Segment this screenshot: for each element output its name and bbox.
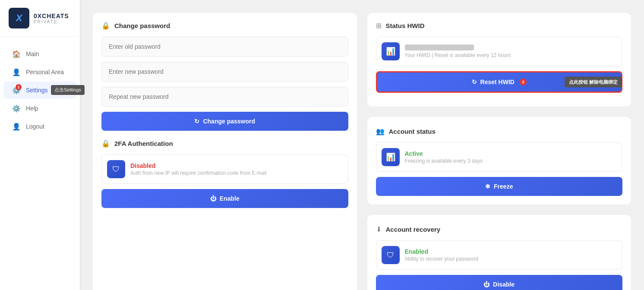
logo-sub: PRIVATE (34, 19, 69, 24)
recovery-status-label: Enabled (405, 248, 478, 255)
account-status-sub: Freezing is available every 3 days (405, 158, 483, 164)
main-content: 🔒 Change password ↻ Change password 🔒 2F… (80, 0, 644, 290)
recovery-icon: ⬇ (376, 225, 382, 233)
twofa-text: Disabled Auth from new IP will require c… (130, 162, 266, 176)
account-recovery-title: Account recovery (386, 226, 441, 233)
change-password-button[interactable]: ↻ Change password (101, 112, 348, 131)
logo-text: 0XCHEATS PRIVATE (34, 13, 69, 24)
recovery-sub: Ability to recover your password (405, 256, 478, 262)
disable-label: Disable (493, 281, 515, 288)
twofa-status-label: Disabled (130, 162, 266, 169)
shield-icon: 🛡 (112, 165, 120, 174)
logo-area: X 0XCHEATS PRIVATE (0, 0, 80, 37)
reset-hwid-tooltip: 点此按钮 解除电脑绑定 (565, 77, 622, 88)
lock-icon: 🔒 (101, 22, 110, 30)
recovery-icon-box: 🛡 (382, 246, 400, 264)
home-icon: 🏠 (12, 50, 21, 58)
twofa-description: Auth from new IP will require confirmati… (130, 170, 266, 176)
reset-hwid-wrapper: ↻ Reset HWID 2 点此按钮 解除电脑绑定 (376, 71, 623, 93)
account-recovery-header: ⬇ Account recovery (376, 225, 623, 233)
change-password-header: 🔒 Change password (101, 22, 348, 30)
disable-icon: ⏻ (483, 281, 489, 288)
twofa-lock-icon: 🔒 (101, 139, 110, 148)
account-status-label: Active (405, 150, 483, 157)
twofa-header: 🔒 2FA Authentication (101, 139, 348, 148)
account-recovery-card: ⬇ Account recovery 🛡 Enabled Ability to … (367, 215, 631, 290)
freeze-icon: ❄ (485, 183, 490, 190)
help-icon: ⚙️ (12, 104, 21, 113)
change-password-btn-label: Change password (203, 118, 255, 125)
recovery-status-icon: 🛡 (387, 251, 395, 260)
sidebar-item-label: Help (26, 105, 38, 112)
nav-menu: 🏠 Main 👤 Personal Area ⚙️ Settings 1 点击S… (0, 37, 80, 144)
disable-recovery-button[interactable]: ⏻ Disable (376, 275, 623, 290)
sidebar-item-help[interactable]: ⚙️ Help (3, 100, 76, 117)
old-password-input[interactable] (101, 37, 348, 57)
hwid-card: ⊞ Status HWID 📊 Your HWID | Reset is ava… (367, 13, 631, 107)
repeat-password-input[interactable] (101, 87, 348, 107)
hwid-status-item: 📊 Your HWID | Reset is available every 1… (376, 37, 623, 66)
active-icon: 📊 (386, 152, 395, 162)
hwid-header: ⊞ Status HWID (376, 22, 623, 30)
sidebar-item-settings[interactable]: ⚙️ Settings 1 点击Settings (3, 82, 76, 99)
logo-name: 0XCHEATS (34, 13, 69, 19)
right-column: ⊞ Status HWID 📊 Your HWID | Reset is ava… (367, 13, 631, 290)
settings-tooltip: 点击Settings (51, 85, 85, 95)
reset-icon: ↻ (472, 79, 477, 85)
hwid-grid-icon: ⊞ (376, 22, 382, 30)
twofa-icon-box: 🛡 (107, 160, 125, 178)
sidebar-item-label: Personal Area (26, 69, 64, 76)
recovery-text: Enabled Ability to recover your password (405, 248, 478, 262)
account-status-item: 📊 Active Freezing is available every 3 d… (376, 142, 623, 172)
hwid-icon-box: 📊 (382, 42, 400, 60)
reset-hwid-label: Reset HWID (480, 79, 515, 85)
person-icon: 👤 (12, 68, 21, 76)
hwid-blurred-value (405, 44, 474, 50)
enable-2fa-button[interactable]: ⏻ Enable (101, 189, 348, 208)
settings-badge: 1 (16, 84, 22, 90)
barcode-icon: 📊 (386, 47, 395, 56)
sidebar-item-personal[interactable]: 👤 Personal Area (3, 63, 76, 81)
enable-icon: ⏻ (210, 195, 216, 202)
account-icon: 👥 (376, 127, 385, 136)
change-password-card: 🔒 Change password ↻ Change password 🔒 2F… (93, 13, 357, 290)
twofa-title: 2FA Authentication (114, 140, 173, 147)
sidebar-item-label: Logout (26, 123, 44, 130)
account-status-text: Active Freezing is available every 3 day… (405, 150, 483, 164)
sidebar-item-logout[interactable]: 👤 Logout (3, 118, 76, 135)
recovery-status-item: 🛡 Enabled Ability to recover your passwo… (376, 240, 623, 270)
freeze-button[interactable]: ❄ Freeze (376, 177, 623, 196)
change-password-icon: ↻ (194, 118, 199, 125)
change-password-title: Change password (114, 22, 170, 29)
new-password-input[interactable] (101, 62, 348, 82)
hwid-title: Status HWID (386, 22, 425, 29)
logo-icon: X (9, 8, 29, 28)
reset-hwid-button[interactable]: ↻ Reset HWID 2 点此按钮 解除电脑绑定 (376, 71, 623, 93)
account-status-header: 👥 Account status (376, 127, 623, 136)
account-status-title: Account status (389, 128, 436, 135)
reset-hwid-badge: 2 (520, 79, 527, 85)
hwid-text: Your HWID | Reset is available every 12 … (405, 44, 511, 58)
logout-icon: 👤 (12, 122, 21, 131)
sidebar: X 0XCHEATS PRIVATE 🏠 Main 👤 Personal Are… (0, 0, 80, 290)
enable-btn-label: Enable (220, 195, 240, 202)
account-status-icon-box: 📊 (382, 148, 400, 166)
account-status-card: 👥 Account status 📊 Active Freezing is av… (367, 117, 631, 205)
hwid-sub-text: Your HWID | Reset is available every 12 … (405, 52, 511, 58)
freeze-label: Freeze (494, 183, 513, 190)
sidebar-item-label: Settings (26, 87, 48, 94)
twofa-status-item: 🛡 Disabled Auth from new IP will require… (101, 154, 348, 184)
sidebar-item-main[interactable]: 🏠 Main (3, 45, 76, 63)
sidebar-item-label: Main (26, 50, 39, 57)
